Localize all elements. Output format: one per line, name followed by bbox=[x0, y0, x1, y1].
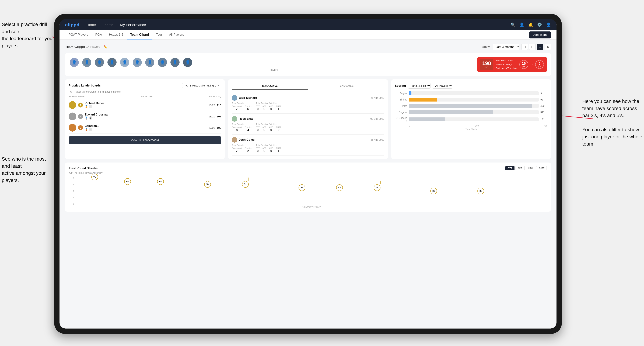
player-activity-row: Blair McHarg 26 Aug 2023 Total Rounds To… bbox=[232, 93, 384, 114]
nav-teams[interactable]: Teams bbox=[103, 23, 113, 27]
streaks-chart-area: 86420 7x 6x bbox=[69, 177, 547, 205]
streak-dot: 3x bbox=[430, 188, 437, 194]
grid-view-icon[interactable]: ⊞ bbox=[522, 44, 528, 50]
chart-row-pars: Pars 499 bbox=[395, 104, 548, 108]
subnav-pgat[interactable]: PGAT Players bbox=[65, 30, 92, 39]
pa-player-name: Rees Britt bbox=[239, 117, 253, 121]
player-avatar[interactable]: 👤 bbox=[170, 57, 180, 67]
practice-leaderboard-panel: Practice Leaderboards PUTT Must Make Put… bbox=[65, 79, 225, 159]
drill-select[interactable]: PUTT Must Make Putting... bbox=[182, 83, 221, 88]
subnav-team-clippd[interactable]: Team Clippd bbox=[127, 30, 152, 39]
activity-panel: Most Active Least Active Blair McHarg 26… bbox=[228, 79, 388, 159]
players-section: 👤 👤 👤 👤 👤 👤 👤 👤 👤 👤 Players bbox=[65, 53, 551, 76]
pa-stats: Total Rounds Tournament7 Practice2 Total… bbox=[232, 144, 384, 153]
subnav-all-players[interactable]: All Players bbox=[166, 30, 188, 39]
search-icon[interactable]: 🔍 bbox=[510, 22, 515, 27]
nav-home[interactable]: Home bbox=[86, 23, 96, 27]
chart-row-bogeys: Bogeys 311 bbox=[395, 110, 548, 114]
shot-start-lie: Start Lie: Rough bbox=[496, 63, 516, 66]
user-avatar[interactable]: 👤 bbox=[546, 22, 551, 27]
lb-avatar bbox=[68, 101, 76, 109]
annotation-top-left: Select a practice drill and seethe leade… bbox=[2, 21, 52, 49]
shot-circle-2: 0 yds bbox=[535, 60, 544, 69]
filter-arg[interactable]: ARG bbox=[526, 166, 535, 170]
sort-view-icon[interactable]: ⇅ bbox=[544, 44, 551, 50]
streak-dot: 6x bbox=[157, 178, 164, 185]
player-avatar[interactable]: 👤 bbox=[94, 57, 104, 67]
player-avatar[interactable]: 👤 bbox=[158, 57, 167, 67]
leaderboard-title: Practice Leaderboards bbox=[68, 84, 100, 87]
bar-fill bbox=[409, 117, 445, 121]
drill-dropdown-wrapper: PUTT Must Make Putting... ▼ bbox=[182, 83, 221, 88]
lb-player-name: Richard Butler bbox=[85, 102, 207, 105]
streak-dot: 3x bbox=[478, 188, 484, 194]
view-full-leaderboard-button[interactable]: View Full Leaderboard bbox=[68, 136, 221, 144]
bar-wrap bbox=[409, 110, 539, 114]
grid-sm-view-icon[interactable]: ⊟ bbox=[529, 44, 536, 50]
player-avatar[interactable]: 👤 bbox=[107, 57, 117, 67]
tablet-frame: clippd Home Teams My Performance 🔍 👤 🔔 ⚙… bbox=[54, 14, 562, 334]
par-filter-select[interactable]: Par 3, 4 & 5s bbox=[408, 83, 430, 89]
leaderboard-header: Practice Leaderboards PUTT Must Make Put… bbox=[68, 83, 221, 88]
people-icon[interactable]: 👤 bbox=[520, 22, 524, 27]
bell-icon[interactable]: 🔔 bbox=[528, 22, 533, 27]
bar-value: 96 bbox=[540, 98, 548, 101]
annotation-right: Here you can see how theteam have scored… bbox=[582, 98, 642, 148]
brand-logo: clippd bbox=[65, 22, 80, 28]
team-header: Team Clippd 14 Players ✏️ Show: Last 3 m… bbox=[65, 44, 551, 50]
shot-circles: 16 yds → 0 yds bbox=[520, 60, 544, 69]
bar-wrap bbox=[409, 91, 539, 95]
subnav-tour[interactable]: Tour bbox=[152, 30, 166, 39]
player-avatar[interactable]: 👤 bbox=[183, 57, 192, 67]
chart-row-dbogeys: D. Bogeys + 131 bbox=[395, 117, 548, 122]
filter-ott[interactable]: OTT bbox=[506, 166, 514, 170]
subnav: PGAT Players PGA Hcaps 1-5 Team Clippd T… bbox=[60, 30, 556, 39]
bar-value: 311 bbox=[540, 111, 548, 114]
filter-putt[interactable]: PUTT bbox=[536, 166, 547, 170]
bar-wrap bbox=[409, 98, 539, 102]
lb-score: 17/20 bbox=[208, 126, 215, 129]
main-content: Team Clippd 14 Players ✏️ Show: Last 3 m… bbox=[60, 39, 556, 329]
streaks-filter-buttons: OTT APP ARG PUTT bbox=[506, 166, 547, 170]
pa-practice-activities-label: Total Practice Activities bbox=[256, 144, 281, 147]
pa-practice-activities-label: Total Practice Activities bbox=[256, 102, 281, 105]
shot-dist: Shot Dist: 16 yds bbox=[496, 59, 516, 63]
player-avatars: 👤 👤 👤 👤 👤 👤 👤 👤 👤 👤 bbox=[69, 57, 478, 67]
streak-dot: 5x bbox=[204, 181, 211, 188]
tab-most-active[interactable]: Most Active bbox=[232, 83, 308, 90]
subnav-hcaps[interactable]: Hcaps 1-5 bbox=[105, 30, 127, 39]
pa-total-rounds-label: Total Rounds bbox=[232, 123, 252, 126]
player-avatar[interactable]: 👤 bbox=[132, 57, 142, 67]
player-avatar[interactable]: 👤 bbox=[120, 57, 130, 67]
leaderboard-columns: PLAYER NAME PB SCORE PB AVG SQ bbox=[68, 95, 221, 98]
streak-dot: 5x bbox=[242, 181, 249, 188]
tab-least-active[interactable]: Least Active bbox=[308, 83, 384, 90]
edit-icon[interactable]: ✏️ bbox=[104, 45, 107, 49]
player-filter-select[interactable]: All Players bbox=[432, 83, 452, 89]
player-avatar[interactable]: 👤 bbox=[82, 57, 92, 67]
add-team-button[interactable]: Add Team bbox=[529, 31, 551, 38]
shot-end-lie: End Lie: In The Hole bbox=[496, 66, 516, 70]
show-period-select[interactable]: Last 3 months bbox=[492, 44, 520, 50]
streaks-subtitle: Off The Tee, Fairway Accuracy bbox=[69, 172, 547, 174]
subnav-pga[interactable]: PGA bbox=[92, 30, 105, 39]
lb-avatar bbox=[68, 124, 76, 132]
lb-rank-gold: 1 bbox=[78, 103, 83, 107]
pa-practice-activities-label: Total Practice Activities bbox=[256, 123, 281, 126]
settings-icon[interactable]: ⚙️ bbox=[537, 22, 542, 27]
filter-app[interactable]: APP bbox=[516, 166, 525, 170]
chart-row-birdies: Birdies 96 bbox=[395, 98, 548, 102]
shot-badge: 198 bbox=[482, 60, 491, 66]
show-controls: Show: Last 3 months ⊞ ⊟ ☰ ⇅ bbox=[482, 44, 551, 50]
bar-value: 3 bbox=[540, 92, 548, 95]
pa-date: 26 Aug 2023 bbox=[370, 138, 384, 141]
nav-my-performance[interactable]: My Performance bbox=[120, 23, 146, 27]
pa-player-name: Blair McHarg bbox=[239, 96, 257, 100]
streak-dot: 6x bbox=[124, 178, 131, 185]
list-view-icon[interactable]: ☰ bbox=[537, 44, 543, 50]
shot-card: 198 SC Shot Dist: 16 yds Start Lie: Roug… bbox=[478, 57, 547, 72]
player-avatar[interactable]: 👤 bbox=[69, 57, 79, 67]
bar-value: 131 bbox=[540, 118, 548, 121]
scoring-chart: Eagles 3 Birdies 96 bbox=[395, 91, 548, 130]
player-avatar[interactable]: 👤 bbox=[145, 57, 155, 67]
